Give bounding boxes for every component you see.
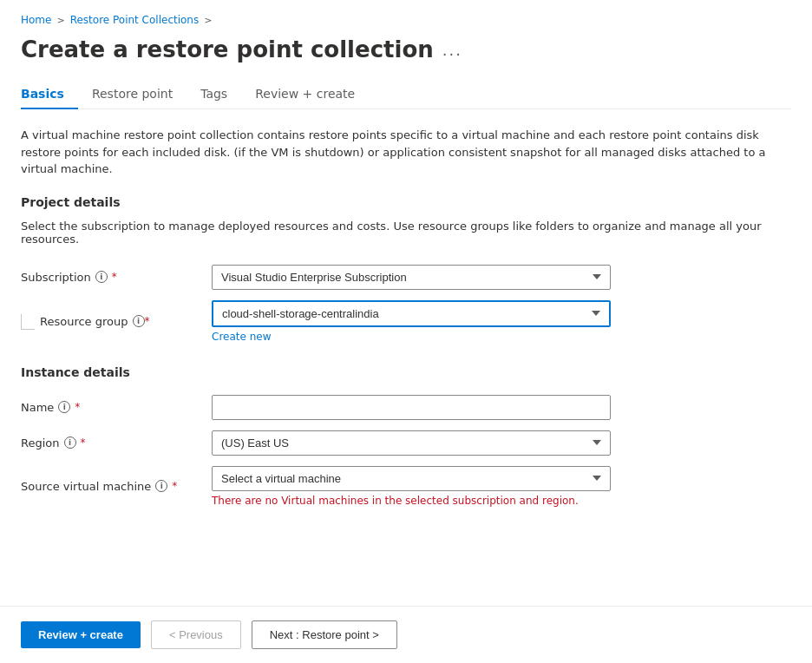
project-details-section: Project details Select the subscription … (21, 195, 791, 348)
source-vm-label: Source virtual machine i * (21, 461, 212, 512)
tab-review-create[interactable]: Review + create (241, 80, 369, 109)
footer: Review + create < Previous Next : Restor… (0, 606, 812, 663)
breadcrumb-restore-collections[interactable]: Restore Point Collections (70, 14, 200, 26)
source-vm-select[interactable]: Select a virtual machine (212, 466, 611, 491)
breadcrumb-home[interactable]: Home (21, 14, 51, 26)
subscription-select[interactable]: Visual Studio Enterprise Subscription (212, 265, 611, 290)
project-details-subtitle: Select the subscription to manage deploy… (21, 220, 791, 246)
resource-group-field: cloud-shell-storage-centralindia Create … (212, 295, 680, 348)
tab-tags[interactable]: Tags (187, 80, 241, 109)
name-input[interactable] (212, 395, 611, 420)
source-vm-error: There are no Virtual machines in the sel… (212, 495, 680, 507)
tab-restore-point[interactable]: Restore point (78, 80, 187, 109)
region-field: (US) East US (US) West US (EU) West Euro… (212, 425, 680, 461)
breadcrumb-sep-1: > (56, 15, 64, 26)
name-info-icon[interactable]: i (58, 401, 70, 413)
project-details-title: Project details (21, 195, 791, 209)
region-select[interactable]: (US) East US (US) West US (EU) West Euro… (212, 430, 611, 456)
subscription-info-icon[interactable]: i (95, 271, 108, 283)
page-description: A virtual machine restore point collecti… (21, 127, 791, 178)
instance-details-form: Name i * Region i * (US) East US (US) We… (21, 390, 680, 512)
source-vm-info-icon[interactable]: i (155, 480, 167, 492)
resource-group-label-cell: Resource group i * (21, 295, 212, 348)
breadcrumb-sep-2: > (204, 15, 212, 26)
previous-button[interactable]: < Previous (151, 620, 241, 649)
tabs-bar: Basics Restore point Tags Review + creat… (21, 80, 791, 109)
resource-group-info-icon[interactable]: i (133, 315, 145, 327)
review-create-button[interactable]: Review + create (21, 621, 141, 648)
tab-basics[interactable]: Basics (21, 80, 78, 109)
next-button[interactable]: Next : Restore point > (252, 620, 397, 649)
instance-details-section: Instance details Name i * Region i * (US… (21, 365, 791, 512)
resource-group-select[interactable]: cloud-shell-storage-centralindia (212, 300, 611, 327)
source-vm-field: Select a virtual machine There are no Vi… (212, 461, 680, 512)
region-label: Region i * (21, 425, 212, 461)
name-field (212, 390, 680, 425)
subscription-field: Visual Studio Enterprise Subscription (212, 259, 680, 295)
instance-details-title: Instance details (21, 365, 791, 379)
title-menu-icon[interactable]: ... (442, 41, 462, 59)
create-new-resource-group-link[interactable]: Create new (212, 331, 680, 343)
page-title: Create a restore point collection (21, 36, 434, 62)
subscription-label: Subscription i * (21, 259, 212, 295)
region-info-icon[interactable]: i (64, 437, 76, 449)
breadcrumb: Home > Restore Point Collections > (21, 14, 791, 26)
name-label: Name i * (21, 390, 212, 425)
project-details-form: Subscription i * Visual Studio Enterpris… (21, 259, 680, 348)
